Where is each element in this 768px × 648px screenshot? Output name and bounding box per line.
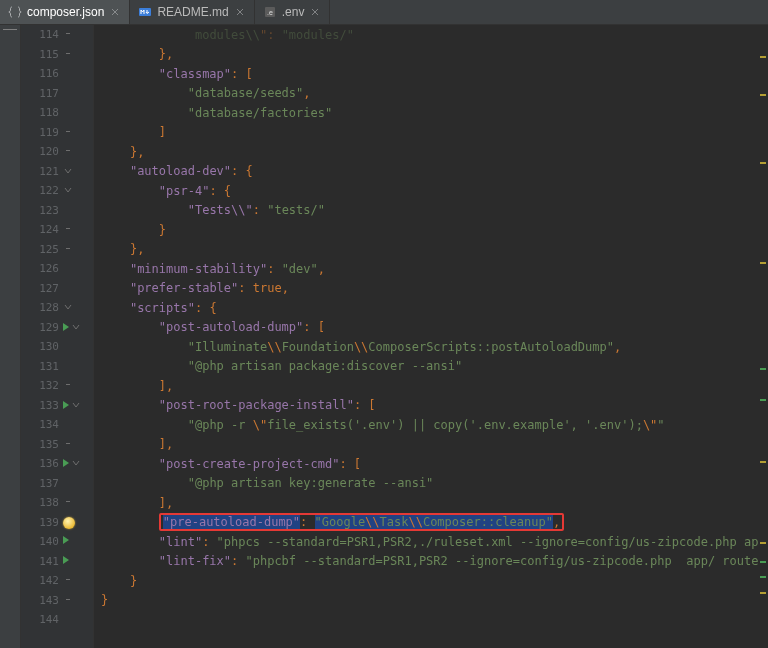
- fold-open-icon[interactable]: [63, 302, 73, 312]
- code-text: "Tests\\": "tests/": [93, 203, 325, 217]
- fold-leaf-icon[interactable]: [63, 29, 73, 39]
- code-line[interactable]: modules\\": "modules/": [93, 25, 758, 45]
- run-gutter-icon[interactable]: [63, 459, 69, 467]
- fold-open-icon[interactable]: [71, 458, 81, 468]
- svg-rect-4: [66, 53, 70, 54]
- run-gutter-icon[interactable]: [63, 556, 69, 564]
- code-line[interactable]: ]: [93, 123, 758, 143]
- code-line[interactable]: "Tests\\": "tests/": [93, 201, 758, 221]
- code-line[interactable]: "@php artisan key:generate --ansi": [93, 474, 758, 494]
- code-line[interactable]: },: [93, 45, 758, 65]
- close-icon[interactable]: [309, 6, 321, 18]
- fold-leaf-icon[interactable]: [63, 575, 73, 585]
- gutter-marks: [63, 439, 91, 449]
- code-line[interactable]: "prefer-stable": true,: [93, 279, 758, 299]
- code-line[interactable]: "psr-4": {: [93, 181, 758, 201]
- scrollbar-error-stripe[interactable]: [760, 162, 766, 164]
- fold-open-icon[interactable]: [71, 322, 81, 332]
- code-line[interactable]: "database/factories": [93, 103, 758, 123]
- run-gutter-icon[interactable]: [63, 323, 69, 331]
- scrollbar-error-stripe[interactable]: [760, 368, 766, 370]
- gutter[interactable]: 1141151161171181191201211221231241251261…: [21, 25, 94, 648]
- fold-open-icon[interactable]: [71, 400, 81, 410]
- gutter-marks: [63, 244, 91, 254]
- line-number: 127: [21, 279, 59, 299]
- fold-leaf-icon[interactable]: [63, 224, 73, 234]
- code-line[interactable]: ],: [93, 376, 758, 396]
- line-number: 131: [21, 357, 59, 377]
- svg-rect-5: [66, 131, 70, 132]
- code-line[interactable]: "Illuminate\\Foundation\\ComposerScripts…: [93, 337, 758, 357]
- gutter-marks: [63, 380, 91, 390]
- code-text: "autoload-dev": {: [93, 164, 253, 178]
- scrollbar-error-stripe[interactable]: [760, 56, 766, 58]
- scrollbar-error-stripe[interactable]: [760, 399, 766, 401]
- scrollbar-error-stripe[interactable]: [760, 592, 766, 594]
- code-line[interactable]: "lint-fix": "phpcbf --standard=PSR1,PSR2…: [93, 552, 758, 572]
- code-text: "minimum-stability": "dev",: [93, 262, 325, 276]
- code-line[interactable]: "@php artisan package:discover --ansi": [93, 357, 758, 377]
- fold-leaf-icon[interactable]: [63, 380, 73, 390]
- fold-leaf-icon[interactable]: [63, 244, 73, 254]
- code-line[interactable]: "post-create-project-cmd": [: [93, 454, 758, 474]
- scrollbar-error-stripe[interactable]: [760, 561, 766, 563]
- code-text: "post-autoload-dump": [: [93, 320, 325, 334]
- fold-leaf-icon[interactable]: [63, 127, 73, 137]
- code-line[interactable]: },: [93, 142, 758, 162]
- line-number: 138: [21, 493, 59, 513]
- code-line[interactable]: "classmap": [: [93, 64, 758, 84]
- code-line[interactable]: "database/seeds",: [93, 84, 758, 104]
- code-text: }: [93, 223, 166, 237]
- code-line[interactable]: "post-root-package-install": [: [93, 396, 758, 416]
- gutter-marks: [63, 458, 91, 468]
- intention-bulb-icon[interactable]: [63, 517, 75, 529]
- code-line[interactable]: }: [93, 220, 758, 240]
- run-gutter-icon[interactable]: [63, 536, 69, 544]
- scrollbar-error-stripe[interactable]: [760, 461, 766, 463]
- svg-rect-6: [66, 150, 70, 151]
- close-icon[interactable]: [109, 6, 121, 18]
- editor-tab[interactable]: .e.env: [255, 0, 331, 24]
- code-line[interactable]: "scripts": {: [93, 298, 758, 318]
- code-editor[interactable]: 1141151161171181191201211221231241251261…: [21, 25, 768, 648]
- gutter-marks: [63, 127, 91, 137]
- code-line[interactable]: "pre-autoload-dump": "Google\\Task\\Comp…: [93, 513, 758, 533]
- close-icon[interactable]: [234, 6, 246, 18]
- line-number: 129: [21, 318, 59, 338]
- code-line[interactable]: "lint": "phpcs --standard=PSR1,PSR2,./ru…: [93, 532, 758, 552]
- code-text: "@php -r \"file_exists('.env') || copy('…: [93, 418, 665, 432]
- line-number: 128: [21, 298, 59, 318]
- code-text: "lint-fix": "phpcbf --standard=PSR1,PSR2…: [93, 554, 768, 568]
- code-line[interactable]: }: [93, 571, 758, 591]
- code-line[interactable]: "post-autoload-dump": [: [93, 318, 758, 338]
- code-line[interactable]: [93, 610, 758, 630]
- scrollbar-error-stripe[interactable]: [760, 576, 766, 578]
- code-line[interactable]: ],: [93, 435, 758, 455]
- code-line[interactable]: "@php -r \"file_exists('.env') || copy('…: [93, 415, 758, 435]
- fold-leaf-icon[interactable]: [63, 146, 73, 156]
- fold-open-icon[interactable]: [63, 185, 73, 195]
- editor-tab[interactable]: composer.json: [0, 0, 130, 24]
- fold-leaf-icon[interactable]: [63, 439, 73, 449]
- code-text: },: [93, 47, 173, 61]
- code-line[interactable]: ],: [93, 493, 758, 513]
- fold-open-icon[interactable]: [63, 166, 73, 176]
- run-gutter-icon[interactable]: [63, 401, 69, 409]
- fold-leaf-icon[interactable]: [63, 497, 73, 507]
- code-line[interactable]: "autoload-dev": {: [93, 162, 758, 182]
- json-icon: [8, 5, 22, 19]
- scrollbar-error-stripe[interactable]: [760, 542, 766, 544]
- left-tool-strip[interactable]: [0, 25, 21, 648]
- code-text: "database/factories": [93, 106, 332, 120]
- scrollbar-error-stripe[interactable]: [760, 94, 766, 96]
- code-text: },: [93, 145, 144, 159]
- code-line[interactable]: },: [93, 240, 758, 260]
- fold-leaf-icon[interactable]: [63, 595, 73, 605]
- code-line[interactable]: }: [93, 591, 758, 611]
- code-line[interactable]: "minimum-stability": "dev",: [93, 259, 758, 279]
- scrollbar-error-stripe[interactable]: [760, 262, 766, 264]
- fold-leaf-icon[interactable]: [63, 49, 73, 59]
- editor-tab[interactable]: README.md: [130, 0, 254, 24]
- md-icon: [138, 5, 152, 19]
- vertical-scrollbar[interactable]: [758, 25, 768, 648]
